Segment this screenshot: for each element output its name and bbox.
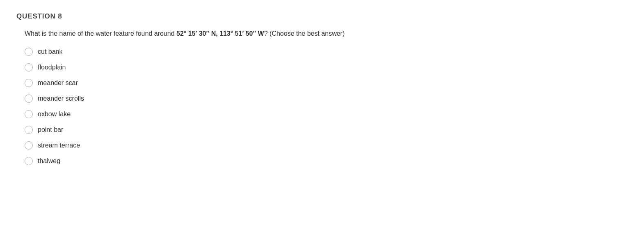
option-label-opt-meander-scrolls[interactable]: meander scrolls [38, 95, 84, 102]
question-header: QUESTION 8 [16, 12, 628, 21]
option-item: point bar [25, 126, 628, 134]
option-item: stream terrace [25, 141, 628, 150]
radio-button-opt-thalweg[interactable] [25, 157, 33, 165]
question-container: QUESTION 8 What is the name of the water… [16, 12, 628, 165]
option-item: floodplain [25, 63, 628, 71]
option-label-opt-cut-bank[interactable]: cut bank [38, 48, 62, 55]
option-label-opt-stream-terrace[interactable]: stream terrace [38, 142, 80, 149]
option-item: thalweg [25, 157, 628, 165]
option-item: meander scrolls [25, 94, 628, 103]
option-label-opt-meander-scar[interactable]: meander scar [38, 79, 78, 87]
radio-button-opt-meander-scrolls[interactable] [25, 94, 33, 103]
radio-button-opt-meander-scar[interactable] [25, 79, 33, 87]
radio-button-opt-stream-terrace[interactable] [25, 141, 33, 150]
option-label-opt-oxbow-lake[interactable]: oxbow lake [38, 111, 71, 118]
option-item: cut bank [25, 48, 628, 56]
question-coordinates: 52° 15′ 30″ N, 113° 51′ 50″ W [176, 30, 264, 37]
option-label-opt-point-bar[interactable]: point bar [38, 126, 63, 134]
radio-button-opt-cut-bank[interactable] [25, 48, 33, 56]
option-item: meander scar [25, 79, 628, 87]
radio-button-opt-oxbow-lake[interactable] [25, 110, 33, 118]
option-label-opt-floodplain[interactable]: floodplain [38, 64, 66, 71]
radio-button-opt-point-bar[interactable] [25, 126, 33, 134]
radio-button-opt-floodplain[interactable] [25, 63, 33, 71]
question-text: What is the name of the water feature fo… [25, 29, 628, 39]
question-text-prefix: What is the name of the water feature fo… [25, 30, 176, 37]
option-label-opt-thalweg[interactable]: thalweg [38, 157, 60, 165]
option-item: oxbow lake [25, 110, 628, 118]
question-text-suffix: ? (Choose the best answer) [264, 30, 345, 37]
options-list: cut bankfloodplainmeander scarmeander sc… [25, 48, 628, 165]
